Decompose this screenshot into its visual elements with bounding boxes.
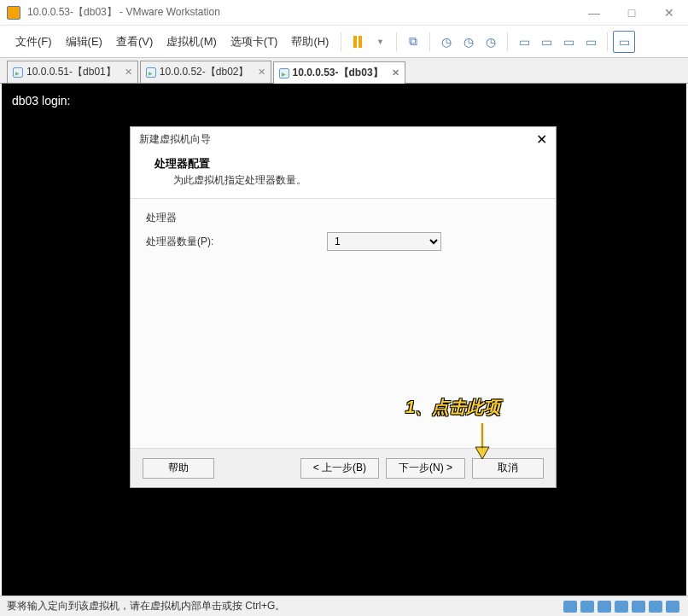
dialog-subheading: 为此虚拟机指定处理器数量。 — [155, 173, 532, 188]
snapshot-icon[interactable]: ◷ — [435, 31, 458, 53]
vm-icon — [279, 68, 289, 78]
tab-close-icon[interactable]: ✕ — [120, 67, 132, 78]
device-printer-icon[interactable] — [649, 601, 662, 613]
help-button[interactable]: 帮助 — [143, 458, 214, 479]
view-unity-icon[interactable]: ▭ — [535, 31, 557, 53]
tab-label: 10.0.0.51-【db01】 — [26, 65, 116, 79]
group-label-processors: 处理器 — [146, 211, 540, 225]
device-network-icon[interactable] — [598, 601, 611, 613]
cpu-count-select[interactable]: 1 — [327, 232, 441, 251]
terminal-text: db03 login: — [12, 94, 71, 108]
dialog-title: 新建虚拟机向导 — [139, 132, 211, 147]
pause-button[interactable] — [347, 31, 369, 53]
tab-db01[interactable]: 10.0.0.51-【db01】 ✕ — [7, 61, 138, 83]
tab-close-icon[interactable]: ✕ — [387, 67, 399, 78]
tab-bar: 10.0.0.51-【db01】 ✕ 10.0.0.52-【db02】 ✕ 10… — [0, 58, 688, 84]
status-bar: 要将输入定向到该虚拟机，请在虚拟机内部单击或按 Ctrl+G。 — [0, 596, 688, 616]
view-stretch-icon[interactable]: ▭ — [580, 31, 602, 53]
window-title: 10.0.0.53-【db03】 - VMware Workstation — [27, 5, 582, 20]
tab-close-icon[interactable]: ✕ — [253, 67, 265, 78]
snapshot-take-icon[interactable]: ◷ — [458, 31, 480, 53]
menu-vm[interactable]: 虚拟机(M) — [160, 31, 224, 53]
device-display-icon[interactable] — [666, 601, 679, 613]
cancel-button[interactable]: 取消 — [472, 458, 544, 479]
device-sound-icon[interactable] — [632, 601, 645, 613]
dialog-heading: 处理器配置 — [155, 156, 532, 171]
app-icon — [7, 6, 20, 20]
view-console-icon[interactable]: ▭ — [557, 31, 580, 53]
next-button[interactable]: 下一步(N) > — [386, 458, 465, 479]
menu-tabs[interactable]: 选项卡(T) — [224, 31, 285, 53]
tab-label: 10.0.0.53-【db03】 — [293, 66, 383, 80]
menu-view[interactable]: 查看(V) — [109, 31, 160, 53]
new-vm-wizard-dialog: 新建虚拟机向导 ✕ 处理器配置 为此虚拟机指定处理器数量。 处理器 处理器数量(… — [130, 126, 557, 488]
tab-db03[interactable]: 10.0.0.53-【db03】 ✕ — [273, 61, 405, 84]
dialog-close-icon[interactable]: ✕ — [536, 131, 547, 148]
close-button[interactable]: ✕ — [657, 4, 681, 21]
device-cd-icon[interactable] — [580, 601, 594, 613]
label-cpu-count: 处理器数量(P): — [146, 235, 327, 249]
tab-label: 10.0.0.52-【db02】 — [160, 65, 249, 79]
view-thumbnail-icon[interactable]: ▭ — [613, 31, 635, 53]
menu-bar: 文件(F) 编辑(E) 查看(V) 虚拟机(M) 选项卡(T) 帮助(H) ▼ … — [0, 26, 688, 58]
view-fullscreen-icon[interactable]: ▭ — [513, 31, 535, 53]
send-ctrl-alt-del-icon[interactable]: ⧉ — [402, 31, 424, 53]
vm-icon — [146, 67, 156, 78]
minimize-button[interactable]: — — [582, 4, 606, 21]
device-usb-icon[interactable] — [615, 601, 628, 613]
tab-db02[interactable]: 10.0.0.52-【db02】 ✕ — [140, 61, 271, 83]
window-titlebar: 10.0.0.53-【db03】 - VMware Workstation — … — [0, 0, 688, 26]
status-text: 要将输入定向到该虚拟机，请在虚拟机内部单击或按 Ctrl+G。 — [7, 599, 285, 613]
menu-help[interactable]: 帮助(H) — [284, 31, 335, 53]
maximize-button[interactable]: □ — [620, 4, 644, 21]
device-disk-icon[interactable] — [563, 601, 577, 613]
vm-icon — [13, 67, 23, 78]
menu-file[interactable]: 文件(F) — [9, 31, 59, 53]
back-button[interactable]: < 上一步(B) — [300, 458, 379, 479]
power-dropdown[interactable]: ▼ — [369, 31, 391, 53]
menu-edit[interactable]: 编辑(E) — [59, 31, 109, 53]
annotation-text: 1、点击此项 — [405, 396, 500, 419]
snapshot-manage-icon[interactable]: ◷ — [480, 31, 502, 53]
